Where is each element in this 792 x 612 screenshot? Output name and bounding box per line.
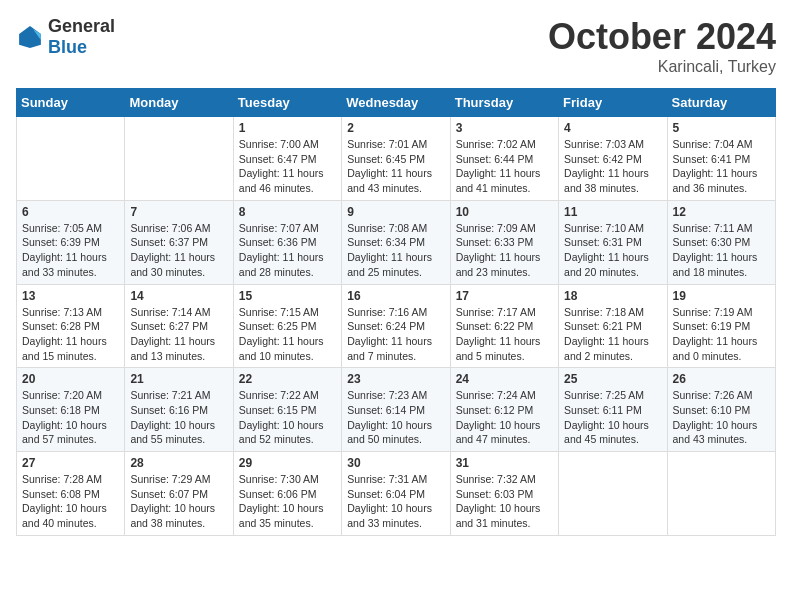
- day-number: 5: [673, 121, 770, 135]
- day-detail: Sunrise: 7:09 AMSunset: 6:33 PMDaylight:…: [456, 221, 553, 280]
- weekday-header-row: SundayMondayTuesdayWednesdayThursdayFrid…: [17, 89, 776, 117]
- calendar-cell: [17, 117, 125, 201]
- day-number: 2: [347, 121, 444, 135]
- day-detail: Sunrise: 7:03 AMSunset: 6:42 PMDaylight:…: [564, 137, 661, 196]
- day-number: 9: [347, 205, 444, 219]
- day-number: 18: [564, 289, 661, 303]
- day-number: 4: [564, 121, 661, 135]
- day-detail: Sunrise: 7:16 AMSunset: 6:24 PMDaylight:…: [347, 305, 444, 364]
- calendar-cell: 1Sunrise: 7:00 AMSunset: 6:47 PMDaylight…: [233, 117, 341, 201]
- day-number: 25: [564, 372, 661, 386]
- calendar-cell: 25Sunrise: 7:25 AMSunset: 6:11 PMDayligh…: [559, 368, 667, 452]
- day-number: 23: [347, 372, 444, 386]
- weekday-header: Wednesday: [342, 89, 450, 117]
- day-number: 27: [22, 456, 119, 470]
- day-detail: Sunrise: 7:31 AMSunset: 6:04 PMDaylight:…: [347, 472, 444, 531]
- calendar-cell: 6Sunrise: 7:05 AMSunset: 6:39 PMDaylight…: [17, 200, 125, 284]
- day-number: 31: [456, 456, 553, 470]
- day-number: 21: [130, 372, 227, 386]
- day-detail: Sunrise: 7:01 AMSunset: 6:45 PMDaylight:…: [347, 137, 444, 196]
- day-detail: Sunrise: 7:13 AMSunset: 6:28 PMDaylight:…: [22, 305, 119, 364]
- calendar-cell: 11Sunrise: 7:10 AMSunset: 6:31 PMDayligh…: [559, 200, 667, 284]
- day-detail: Sunrise: 7:02 AMSunset: 6:44 PMDaylight:…: [456, 137, 553, 196]
- day-detail: Sunrise: 7:28 AMSunset: 6:08 PMDaylight:…: [22, 472, 119, 531]
- calendar-cell: 24Sunrise: 7:24 AMSunset: 6:12 PMDayligh…: [450, 368, 558, 452]
- day-number: 30: [347, 456, 444, 470]
- day-detail: Sunrise: 7:07 AMSunset: 6:36 PMDaylight:…: [239, 221, 336, 280]
- calendar-cell: 19Sunrise: 7:19 AMSunset: 6:19 PMDayligh…: [667, 284, 775, 368]
- calendar-week-row: 6Sunrise: 7:05 AMSunset: 6:39 PMDaylight…: [17, 200, 776, 284]
- calendar-cell: 21Sunrise: 7:21 AMSunset: 6:16 PMDayligh…: [125, 368, 233, 452]
- day-detail: Sunrise: 7:24 AMSunset: 6:12 PMDaylight:…: [456, 388, 553, 447]
- calendar-cell: 29Sunrise: 7:30 AMSunset: 6:06 PMDayligh…: [233, 452, 341, 536]
- calendar-cell: 17Sunrise: 7:17 AMSunset: 6:22 PMDayligh…: [450, 284, 558, 368]
- day-detail: Sunrise: 7:26 AMSunset: 6:10 PMDaylight:…: [673, 388, 770, 447]
- day-detail: Sunrise: 7:08 AMSunset: 6:34 PMDaylight:…: [347, 221, 444, 280]
- calendar-cell: 8Sunrise: 7:07 AMSunset: 6:36 PMDaylight…: [233, 200, 341, 284]
- calendar-cell: 18Sunrise: 7:18 AMSunset: 6:21 PMDayligh…: [559, 284, 667, 368]
- logo-icon: [16, 23, 44, 51]
- day-number: 6: [22, 205, 119, 219]
- calendar-cell: [125, 117, 233, 201]
- day-detail: Sunrise: 7:06 AMSunset: 6:37 PMDaylight:…: [130, 221, 227, 280]
- day-number: 28: [130, 456, 227, 470]
- day-detail: Sunrise: 7:14 AMSunset: 6:27 PMDaylight:…: [130, 305, 227, 364]
- day-number: 7: [130, 205, 227, 219]
- weekday-header: Tuesday: [233, 89, 341, 117]
- day-number: 14: [130, 289, 227, 303]
- day-detail: Sunrise: 7:21 AMSunset: 6:16 PMDaylight:…: [130, 388, 227, 447]
- day-detail: Sunrise: 7:17 AMSunset: 6:22 PMDaylight:…: [456, 305, 553, 364]
- calendar-cell: 13Sunrise: 7:13 AMSunset: 6:28 PMDayligh…: [17, 284, 125, 368]
- day-number: 17: [456, 289, 553, 303]
- day-detail: Sunrise: 7:23 AMSunset: 6:14 PMDaylight:…: [347, 388, 444, 447]
- calendar-cell: 20Sunrise: 7:20 AMSunset: 6:18 PMDayligh…: [17, 368, 125, 452]
- day-number: 22: [239, 372, 336, 386]
- calendar-cell: 28Sunrise: 7:29 AMSunset: 6:07 PMDayligh…: [125, 452, 233, 536]
- day-number: 20: [22, 372, 119, 386]
- calendar-cell: 2Sunrise: 7:01 AMSunset: 6:45 PMDaylight…: [342, 117, 450, 201]
- calendar-week-row: 20Sunrise: 7:20 AMSunset: 6:18 PMDayligh…: [17, 368, 776, 452]
- day-number: 1: [239, 121, 336, 135]
- logo-blue-text: Blue: [48, 37, 87, 57]
- calendar-cell: 14Sunrise: 7:14 AMSunset: 6:27 PMDayligh…: [125, 284, 233, 368]
- calendar-cell: [667, 452, 775, 536]
- calendar-cell: 30Sunrise: 7:31 AMSunset: 6:04 PMDayligh…: [342, 452, 450, 536]
- calendar-week-row: 1Sunrise: 7:00 AMSunset: 6:47 PMDaylight…: [17, 117, 776, 201]
- day-detail: Sunrise: 7:30 AMSunset: 6:06 PMDaylight:…: [239, 472, 336, 531]
- calendar-cell: 31Sunrise: 7:32 AMSunset: 6:03 PMDayligh…: [450, 452, 558, 536]
- title-block: October 2024 Karincali, Turkey: [548, 16, 776, 76]
- day-number: 12: [673, 205, 770, 219]
- day-number: 29: [239, 456, 336, 470]
- day-detail: Sunrise: 7:20 AMSunset: 6:18 PMDaylight:…: [22, 388, 119, 447]
- location-text: Karincali, Turkey: [548, 58, 776, 76]
- calendar-cell: 16Sunrise: 7:16 AMSunset: 6:24 PMDayligh…: [342, 284, 450, 368]
- month-title: October 2024: [548, 16, 776, 58]
- calendar-cell: 10Sunrise: 7:09 AMSunset: 6:33 PMDayligh…: [450, 200, 558, 284]
- day-detail: Sunrise: 7:32 AMSunset: 6:03 PMDaylight:…: [456, 472, 553, 531]
- day-number: 8: [239, 205, 336, 219]
- calendar-cell: 7Sunrise: 7:06 AMSunset: 6:37 PMDaylight…: [125, 200, 233, 284]
- logo-general-text: General: [48, 16, 115, 36]
- page-header: General Blue October 2024 Karincali, Tur…: [16, 16, 776, 76]
- day-detail: Sunrise: 7:19 AMSunset: 6:19 PMDaylight:…: [673, 305, 770, 364]
- logo: General Blue: [16, 16, 115, 58]
- calendar-week-row: 13Sunrise: 7:13 AMSunset: 6:28 PMDayligh…: [17, 284, 776, 368]
- calendar-cell: 23Sunrise: 7:23 AMSunset: 6:14 PMDayligh…: [342, 368, 450, 452]
- calendar-cell: 15Sunrise: 7:15 AMSunset: 6:25 PMDayligh…: [233, 284, 341, 368]
- calendar-cell: 5Sunrise: 7:04 AMSunset: 6:41 PMDaylight…: [667, 117, 775, 201]
- calendar-cell: 9Sunrise: 7:08 AMSunset: 6:34 PMDaylight…: [342, 200, 450, 284]
- day-number: 15: [239, 289, 336, 303]
- svg-marker-0: [19, 26, 41, 48]
- weekday-header: Sunday: [17, 89, 125, 117]
- calendar-cell: 4Sunrise: 7:03 AMSunset: 6:42 PMDaylight…: [559, 117, 667, 201]
- weekday-header: Thursday: [450, 89, 558, 117]
- day-detail: Sunrise: 7:25 AMSunset: 6:11 PMDaylight:…: [564, 388, 661, 447]
- calendar-cell: 22Sunrise: 7:22 AMSunset: 6:15 PMDayligh…: [233, 368, 341, 452]
- weekday-header: Saturday: [667, 89, 775, 117]
- day-number: 24: [456, 372, 553, 386]
- day-detail: Sunrise: 7:15 AMSunset: 6:25 PMDaylight:…: [239, 305, 336, 364]
- day-number: 16: [347, 289, 444, 303]
- day-number: 26: [673, 372, 770, 386]
- day-detail: Sunrise: 7:11 AMSunset: 6:30 PMDaylight:…: [673, 221, 770, 280]
- weekday-header: Monday: [125, 89, 233, 117]
